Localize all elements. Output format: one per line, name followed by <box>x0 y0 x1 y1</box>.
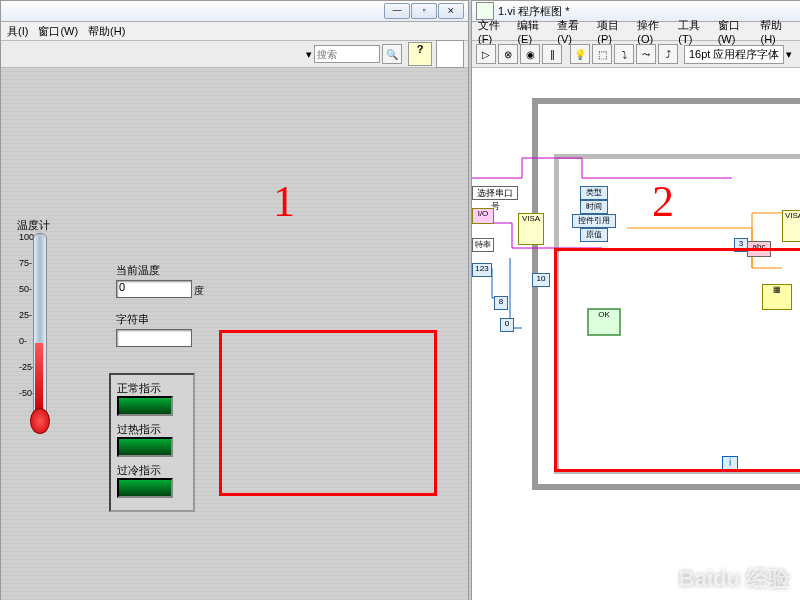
const-8[interactable]: 8 <box>494 296 508 310</box>
block-diagram-window: 1.vi 程序框图 * 文件(F) 编辑(E) 查看(V) 项目(P) 操作(O… <box>471 0 800 600</box>
normal-ind-label: 正常指示 <box>117 381 187 396</box>
menu-file[interactable]: 文件(F) <box>478 18 511 45</box>
search-input[interactable] <box>314 45 380 63</box>
titlebar-left: — ▫ ⨯ <box>1 1 468 22</box>
font-selector[interactable]: 16pt 应用程序字体 <box>684 45 784 64</box>
ctrl-label: 控件引用 <box>572 214 616 228</box>
front-panel[interactable]: 温度计 100-75-50-25-0--25--50- 当前温度 0 度 字符串… <box>1 68 468 600</box>
minimize-button[interactable]: — <box>384 3 410 19</box>
hot-ind-label: 过热指示 <box>117 422 187 437</box>
search-group: ▾ 🔍 ? <box>306 40 464 68</box>
hot-led <box>117 437 173 457</box>
thermometer-label: 温度计 <box>17 218 50 233</box>
menu-view[interactable]: 查看(V) <box>557 18 591 45</box>
menu-tools[interactable]: 具(I) <box>7 24 28 39</box>
time-label: 时间 <box>580 200 608 214</box>
indicator-panel: 正常指示 过热指示 过冷指示 <box>109 373 195 512</box>
window-controls: — ▫ ⨯ <box>384 3 464 19</box>
step-over-button[interactable]: ⤳ <box>636 44 656 64</box>
menu-left: 具(I) 窗口(W) 帮助(H) <box>1 22 468 41</box>
const-10[interactable]: 10 <box>532 273 550 287</box>
front-panel-window: — ▫ ⨯ 具(I) 窗口(W) 帮助(H) ▾ 🔍 ? 温度计 100-75-… <box>0 0 469 600</box>
red-annotation-box-2 <box>554 248 800 472</box>
menu-window[interactable]: 窗口(W) <box>38 24 78 39</box>
menu-right: 文件(F) 编辑(E) 查看(V) 项目(P) 操作(O) 工具(T) 窗口(W… <box>472 22 800 41</box>
val-label: 原值 <box>580 228 608 242</box>
menu-project[interactable]: 项目(P) <box>597 18 631 45</box>
string-label: 字符串 <box>116 312 204 327</box>
thermometer[interactable]: 100-75-50-25-0--25--50- <box>19 233 47 443</box>
const-123[interactable]: 123 <box>472 263 492 277</box>
baud-label: 特率 <box>472 238 494 252</box>
port-label: 选择串口号 <box>472 186 518 200</box>
current-temp-label: 当前温度 <box>116 263 204 278</box>
red-annotation-box-1 <box>219 330 437 496</box>
visa-serial-node[interactable]: VISA <box>518 213 544 245</box>
window-title: 1.vi 程序框图 * <box>498 4 570 19</box>
close-button[interactable]: ⨯ <box>438 3 464 19</box>
step-out-button[interactable]: ⤴ <box>658 44 678 64</box>
current-temp-input[interactable]: 0 <box>116 280 192 298</box>
string-input[interactable] <box>116 329 192 347</box>
watermark-sub: jingyan.baidu.com <box>709 587 790 598</box>
highlight-button[interactable]: 💡 <box>570 44 590 64</box>
run-cont-button[interactable]: ⊗ <box>498 44 518 64</box>
vi-icon[interactable] <box>436 40 464 68</box>
block-diagram[interactable]: 选择串口号 类型 时间 控件引用 原值 特率 I/O VISA 123 8 0 … <box>472 68 800 600</box>
menu-help[interactable]: 帮助(H) <box>760 18 795 45</box>
visa-write-node[interactable]: VISA <box>782 210 800 242</box>
retain-button[interactable]: ⬚ <box>592 44 612 64</box>
toolbar-left: ▾ 🔍 ? <box>1 41 468 68</box>
normal-led <box>117 396 173 416</box>
menu-edit[interactable]: 编辑(E) <box>517 18 551 45</box>
pause-button[interactable]: ‖ <box>542 44 562 64</box>
menu-help[interactable]: 帮助(H) <box>88 24 125 39</box>
annotation-2: 2 <box>652 176 674 227</box>
dropdown-icon[interactable]: ▾ <box>306 48 312 61</box>
menu-operate[interactable]: 操作(O) <box>637 18 672 45</box>
run-button[interactable]: ▷ <box>476 44 496 64</box>
current-temp-group: 当前温度 0 度 字符串 <box>116 263 204 347</box>
visa-node[interactable]: I/O <box>472 208 494 224</box>
cold-ind-label: 过冷指示 <box>117 463 187 478</box>
abort-button[interactable]: ◉ <box>520 44 540 64</box>
menu-tools[interactable]: 工具(T) <box>678 18 711 45</box>
help-button[interactable]: ? <box>408 42 432 66</box>
const-0[interactable]: 0 <box>500 318 514 332</box>
cold-led <box>117 478 173 498</box>
temp-unit: 度 <box>194 284 204 298</box>
maximize-button[interactable]: ▫ <box>411 3 437 19</box>
step-in-button[interactable]: ⤵ <box>614 44 634 64</box>
menu-window[interactable]: 窗口(W) <box>718 18 755 45</box>
type-label: 类型 <box>580 186 608 200</box>
toolbar-right: ▷ ⊗ ◉ ‖ 💡 ⬚ ⤵ ⤳ ⤴ 16pt 应用程序字体 ▾ <box>472 41 800 68</box>
search-icon[interactable]: 🔍 <box>382 44 402 64</box>
font-dropdown-icon[interactable]: ▾ <box>786 48 792 61</box>
annotation-1: 1 <box>273 176 295 227</box>
